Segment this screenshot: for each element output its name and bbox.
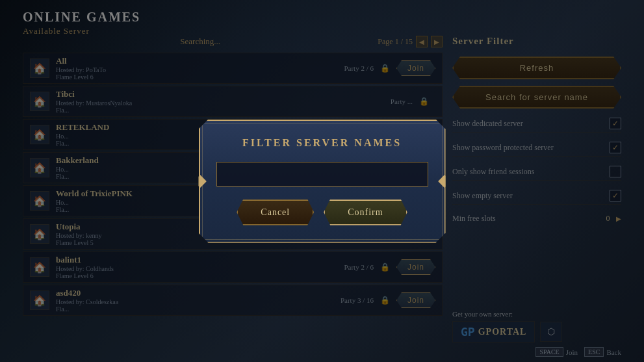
corner-decoration-bl [199,235,207,243]
corner-decoration-br [438,235,446,243]
modal-title: FILTER SERVER NAMES [216,137,428,149]
confirm-button[interactable]: Confirm [324,200,407,226]
filter-server-names-dialog: FILTER SERVER NAMES Cancel Confirm [199,120,446,243]
modal-overlay: FILTER SERVER NAMES Cancel Confirm [0,0,644,362]
side-diamond-left [194,175,207,188]
cancel-button[interactable]: Cancel [237,200,314,226]
modal-input-wrapper [216,162,428,187]
corner-decoration-tr [438,120,446,127]
side-diamond-right [438,175,451,188]
filter-server-names-input[interactable] [216,162,428,187]
corner-decoration-tl [199,120,207,127]
modal-buttons: Cancel Confirm [216,200,428,226]
